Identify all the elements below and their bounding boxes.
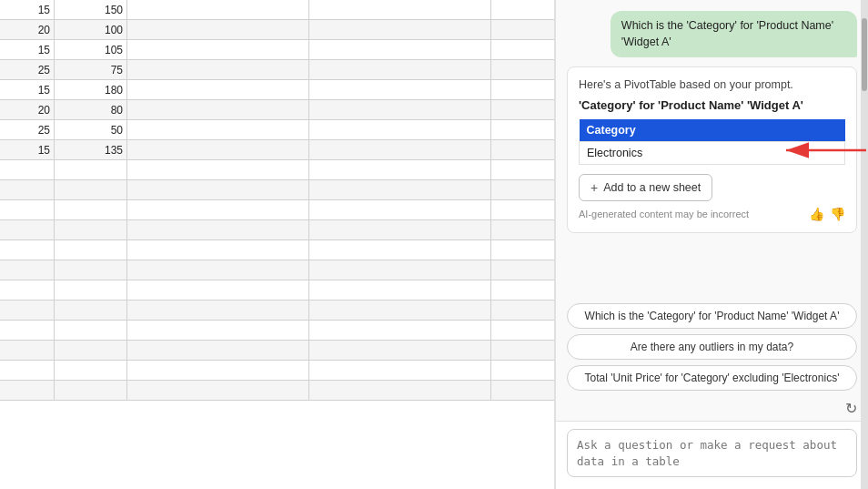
cell-r8c2[interactable]: 135 bbox=[55, 140, 127, 160]
cell-extra-r6c2[interactable] bbox=[127, 280, 309, 301]
cell-extra-r1c3[interactable] bbox=[309, 180, 491, 200]
thumbs-down-icon[interactable]: 👎 bbox=[830, 207, 845, 221]
cell-extra-r3c1[interactable] bbox=[55, 220, 127, 240]
cell-r4c1[interactable]: 25 bbox=[0, 60, 55, 80]
cell-extra-r1c2[interactable] bbox=[127, 180, 309, 200]
cell-r2c3[interactable] bbox=[127, 20, 309, 40]
scrollbar[interactable] bbox=[861, 0, 868, 489]
cell-extra-r10c0[interactable] bbox=[0, 361, 55, 381]
cell-extra-r11c4[interactable] bbox=[491, 381, 555, 401]
cell-r8c3[interactable] bbox=[127, 140, 309, 160]
cell-extra-r6c4[interactable] bbox=[491, 280, 555, 301]
cell-extra-r11c2[interactable] bbox=[127, 381, 309, 401]
cell-extra-r7c3[interactable] bbox=[309, 301, 491, 321]
cell-r6c5[interactable] bbox=[491, 100, 555, 120]
refresh-icon[interactable]: ↻ bbox=[845, 400, 857, 417]
cell-r7c1[interactable]: 25 bbox=[0, 120, 55, 140]
cell-extra-r3c2[interactable] bbox=[127, 220, 309, 240]
cell-extra-r5c4[interactable] bbox=[491, 260, 555, 280]
cell-extra-r6c0[interactable] bbox=[0, 280, 55, 301]
cell-extra-r2c3[interactable] bbox=[309, 200, 491, 220]
cell-extra-r9c2[interactable] bbox=[127, 341, 309, 361]
cell-r8c5[interactable] bbox=[491, 140, 555, 160]
chat-input[interactable] bbox=[567, 429, 857, 477]
cell-extra-r9c1[interactable] bbox=[55, 341, 127, 361]
cell-r3c3[interactable] bbox=[127, 40, 309, 60]
cell-r4c5[interactable] bbox=[491, 60, 555, 80]
cell-extra-r10c1[interactable] bbox=[55, 361, 127, 381]
cell-extra-r1c1[interactable] bbox=[55, 180, 127, 200]
cell-r6c2[interactable]: 80 bbox=[55, 100, 127, 120]
cell-extra-r4c3[interactable] bbox=[309, 240, 491, 260]
cell-extra-r5c0[interactable] bbox=[0, 260, 55, 280]
cell-extra-r0c2[interactable] bbox=[127, 160, 309, 180]
cell-r2c5[interactable] bbox=[491, 20, 555, 40]
thumbs-up-icon[interactable]: 👍 bbox=[809, 207, 824, 221]
cell-r2c1[interactable]: 20 bbox=[0, 20, 55, 40]
cell-extra-r0c1[interactable] bbox=[55, 160, 127, 180]
cell-extra-r9c0[interactable] bbox=[0, 341, 55, 361]
cell-r2c4[interactable] bbox=[309, 20, 491, 40]
cell-extra-r11c0[interactable] bbox=[0, 381, 55, 401]
cell-r5c1[interactable]: 15 bbox=[0, 80, 55, 100]
cell-extra-r11c3[interactable] bbox=[309, 381, 491, 401]
cell-extra-r8c3[interactable] bbox=[309, 321, 491, 341]
cell-extra-r1c4[interactable] bbox=[491, 180, 555, 200]
cell-extra-r6c3[interactable] bbox=[309, 280, 491, 301]
cell-extra-r2c0[interactable] bbox=[0, 200, 55, 220]
cell-r4c3[interactable] bbox=[127, 60, 309, 80]
cell-extra-r3c3[interactable] bbox=[309, 220, 491, 240]
cell-extra-r7c2[interactable] bbox=[127, 301, 309, 321]
suggestion-chip-1[interactable]: Are there any outliers in my data? bbox=[567, 334, 857, 360]
cell-r1c3[interactable] bbox=[127, 0, 309, 20]
cell-extra-r10c3[interactable] bbox=[309, 361, 491, 381]
cell-extra-r5c3[interactable] bbox=[309, 260, 491, 280]
cell-extra-r4c4[interactable] bbox=[491, 240, 555, 260]
cell-r6c4[interactable] bbox=[309, 100, 491, 120]
cell-extra-r8c1[interactable] bbox=[55, 321, 127, 341]
cell-r8c1[interactable]: 15 bbox=[0, 140, 55, 160]
cell-extra-r9c3[interactable] bbox=[309, 341, 491, 361]
cell-r5c3[interactable] bbox=[127, 80, 309, 100]
cell-r6c3[interactable] bbox=[127, 100, 309, 120]
cell-extra-r4c2[interactable] bbox=[127, 240, 309, 260]
cell-r1c1[interactable]: 15 bbox=[0, 0, 55, 20]
cell-r5c4[interactable] bbox=[309, 80, 491, 100]
cell-extra-r3c4[interactable] bbox=[491, 220, 555, 240]
cell-r6c1[interactable]: 20 bbox=[0, 100, 55, 120]
cell-extra-r10c2[interactable] bbox=[127, 361, 309, 381]
cell-extra-r0c3[interactable] bbox=[309, 160, 491, 180]
cell-r3c1[interactable]: 15 bbox=[0, 40, 55, 60]
cell-extra-r11c1[interactable] bbox=[55, 381, 127, 401]
cell-extra-r2c4[interactable] bbox=[491, 200, 555, 220]
cell-extra-r5c2[interactable] bbox=[127, 260, 309, 280]
cell-r2c2[interactable]: 100 bbox=[55, 20, 127, 40]
cell-extra-r6c1[interactable] bbox=[55, 280, 127, 301]
add-to-sheet-button[interactable]: + Add to a new sheet bbox=[579, 174, 712, 201]
suggestion-chip-2[interactable]: Total 'Unit Price' for 'Category' exclud… bbox=[567, 365, 857, 391]
cell-extra-r9c4[interactable] bbox=[491, 341, 555, 361]
cell-extra-r3c0[interactable] bbox=[0, 220, 55, 240]
cell-extra-r2c1[interactable] bbox=[55, 200, 127, 220]
cell-r1c2[interactable]: 150 bbox=[55, 0, 127, 20]
cell-r7c3[interactable] bbox=[127, 120, 309, 140]
cell-r5c2[interactable]: 180 bbox=[55, 80, 127, 100]
cell-r8c4[interactable] bbox=[309, 140, 491, 160]
cell-r3c4[interactable] bbox=[309, 40, 491, 60]
cell-r1c5[interactable] bbox=[491, 0, 555, 20]
cell-r7c2[interactable]: 50 bbox=[55, 120, 127, 140]
cell-r4c4[interactable] bbox=[309, 60, 491, 80]
cell-r5c5[interactable] bbox=[491, 80, 555, 100]
cell-extra-r8c0[interactable] bbox=[0, 321, 55, 341]
suggestion-chip-0[interactable]: Which is the 'Category' for 'Product Nam… bbox=[567, 303, 857, 329]
cell-extra-r7c4[interactable] bbox=[491, 301, 555, 321]
cell-extra-r4c0[interactable] bbox=[0, 240, 55, 260]
cell-r4c2[interactable]: 75 bbox=[55, 60, 127, 80]
cell-extra-r7c0[interactable] bbox=[0, 301, 55, 321]
cell-extra-r5c1[interactable] bbox=[55, 260, 127, 280]
cell-extra-r8c4[interactable] bbox=[491, 321, 555, 341]
cell-r1c4[interactable] bbox=[309, 0, 491, 20]
cell-extra-r0c0[interactable] bbox=[0, 160, 55, 180]
cell-extra-r4c1[interactable] bbox=[55, 240, 127, 260]
cell-r3c5[interactable] bbox=[491, 40, 555, 60]
